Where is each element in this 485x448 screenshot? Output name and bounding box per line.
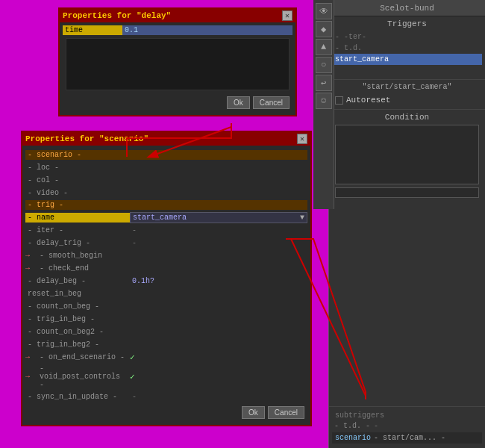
check-end-label: - check_end xyxy=(37,264,130,273)
subtriggers-label: subtriggers xyxy=(332,410,482,421)
name-value-text: start_camera xyxy=(133,214,187,222)
camera-section: "start/start_camera" Autoreset xyxy=(329,80,485,110)
row1-value xyxy=(130,167,307,168)
row4-label: - iter - xyxy=(25,225,130,235)
row15-value: ✓ xyxy=(130,372,135,382)
row9-value xyxy=(130,293,307,294)
trigger-item-2[interactable]: - t.d. xyxy=(332,43,482,54)
dropdown-arrow: ▼ xyxy=(300,214,304,222)
name-label: - name xyxy=(25,213,130,223)
check-end-arrow: → xyxy=(25,264,37,273)
time-label: time xyxy=(63,25,122,35)
delay-empty-area xyxy=(66,38,290,90)
time-row: time 0.1 xyxy=(63,25,292,35)
scenario-dialog-close[interactable]: ✕ xyxy=(297,134,307,144)
delay-dialog-buttons: Ok Cancel xyxy=(63,93,292,112)
row11-label: - trig_in_beg - xyxy=(25,314,130,324)
row2: - col - xyxy=(25,174,307,186)
row14: → - on_end_scenario - ✓ xyxy=(25,351,307,363)
triggers-section: Triggers - -ter- - t.d. start_camera xyxy=(329,16,485,80)
on-end-arrow: → xyxy=(25,353,37,361)
close-icon-2: ✕ xyxy=(300,134,304,143)
delay-dialog-title: Properties for "delay" xyxy=(63,11,171,20)
row10-value xyxy=(130,305,307,307)
condition-section: Condition xyxy=(329,110,485,406)
row8: - delay_beg - 0.1h? xyxy=(25,275,307,287)
delay-ok-button[interactable]: Ok xyxy=(227,96,250,109)
row3: - video - xyxy=(25,187,307,199)
autoreset-checkbox[interactable] xyxy=(335,96,343,105)
row16: - sync_n_in_update - - xyxy=(25,391,307,402)
condition-input[interactable] xyxy=(335,187,479,198)
trigger-item-3[interactable]: start_camera xyxy=(332,54,482,65)
delay-dialog-close[interactable]: ✕ xyxy=(282,10,292,21)
row2-value xyxy=(130,179,307,181)
scenario-value: - start/cam... - xyxy=(374,434,445,442)
camera-label: "start/start_camera" xyxy=(332,83,482,91)
row15: → - void_post_controls - ✓ xyxy=(25,364,307,390)
triggers-list: - -ter- - t.d. start_camera xyxy=(332,31,482,76)
row10-label: - count_on_beg - xyxy=(25,302,130,311)
row8-value: 0.1h? xyxy=(130,276,307,286)
row5: - delay_trig - - xyxy=(25,237,307,249)
row11: - trig_in_beg - xyxy=(25,313,307,325)
smooth-begin-label: - smooth_begin xyxy=(37,251,130,261)
scenario-dialog-title: Properties for "scenario" xyxy=(25,134,148,143)
delay-cancel-button[interactable]: Cancel xyxy=(253,96,290,109)
delay-dialog: Properties for "delay" ✕ time 0.1 Ok Can… xyxy=(58,7,297,116)
scenario-dialog-content: - scenario - - loc - - col - - video - -… xyxy=(22,146,310,425)
flag-icon-btn[interactable]: ▲ xyxy=(316,39,332,55)
row4: - iter - - xyxy=(25,224,307,236)
row12-label: - count_on_beg2 - xyxy=(25,327,130,337)
row16-label: - sync_n_in_update - xyxy=(25,392,130,402)
row5-value: - xyxy=(130,238,307,248)
row1-label: - loc - xyxy=(25,163,130,172)
name-row: - name start_camera ▼ xyxy=(25,211,307,223)
scenario-row[interactable]: scenario - start/cam... - xyxy=(332,432,482,444)
row12: - count_on_beg2 - xyxy=(25,326,307,337)
scenario-dialog-buttons: Ok Cancel xyxy=(25,403,307,422)
panel-title: Scelot-bund xyxy=(332,4,482,13)
row1: - loc - xyxy=(25,161,307,173)
diamond-icon: ◆ xyxy=(321,24,326,35)
scenario-ok-button[interactable]: Ok xyxy=(242,406,265,419)
row13-value xyxy=(130,343,307,345)
bend-icon-btn[interactable]: ↩ xyxy=(316,75,332,91)
row7-value xyxy=(130,267,307,269)
row10: - count_on_beg - xyxy=(25,300,307,312)
autoreset-label: Autoreset xyxy=(346,96,390,105)
eye-icon-btn[interactable]: 👁 xyxy=(316,3,332,19)
diamond-icon-btn[interactable]: ◆ xyxy=(316,21,332,37)
row3-label: - video - xyxy=(25,188,130,198)
scenario-label: scenario xyxy=(335,434,371,442)
row5-label: - delay_trig - xyxy=(25,238,130,248)
row9: reset_in_beg xyxy=(25,287,307,299)
bottom-label-1: - t.d. - xyxy=(332,421,372,431)
row3-value xyxy=(130,192,307,193)
triggers-header: Triggers xyxy=(332,19,482,28)
trigger-item-1[interactable]: - -ter- xyxy=(332,31,482,43)
row9-label: reset_in_beg xyxy=(25,289,130,299)
figure-icon-btn[interactable]: ☺ xyxy=(316,93,332,109)
time-value[interactable]: 0.1 xyxy=(122,25,292,35)
eye-icon: 👁 xyxy=(319,6,328,17)
circle-icon: ○ xyxy=(321,60,326,70)
icon-bar: 👁 ◆ ▲ ○ ↩ ☺ xyxy=(313,0,334,209)
name-value[interactable]: start_camera ▼ xyxy=(130,212,307,223)
row8-label: - delay_beg - xyxy=(25,276,130,286)
autoreset-row: Autoreset xyxy=(332,94,482,106)
scenario-dialog-titlebar: Properties for "scenario" ✕ xyxy=(22,132,310,146)
circle-icon-btn[interactable]: ○ xyxy=(316,57,332,73)
row4-value: - xyxy=(130,225,307,235)
bend-icon: ↩ xyxy=(321,78,326,89)
flag-icon: ▲ xyxy=(321,42,326,52)
row2-label: - col - xyxy=(25,175,130,185)
right-panel: Scelot-bund Triggers - -ter- - t.d. star… xyxy=(328,0,485,448)
condition-label: Condition xyxy=(332,113,482,122)
scenario-cancel-button[interactable]: Cancel xyxy=(268,406,304,419)
figure-icon: ☺ xyxy=(321,96,326,106)
row6: → - smooth_begin xyxy=(25,249,307,261)
bottom-row-1: - t.d. - - xyxy=(332,421,482,431)
row11-value xyxy=(130,318,307,320)
panel-toolbar: Scelot-bund xyxy=(329,0,485,16)
